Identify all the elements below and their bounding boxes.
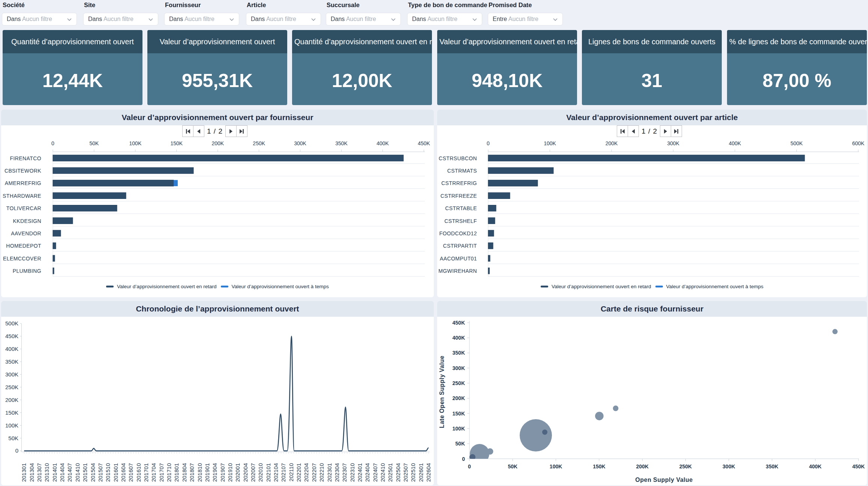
- svg-text:250K: 250K: [253, 140, 265, 146]
- svg-text:201310: 201310: [43, 463, 50, 482]
- svg-text:300K: 300K: [723, 463, 735, 469]
- svg-text:202107: 202107: [280, 463, 286, 482]
- svg-text:150K: 150K: [453, 411, 465, 417]
- svg-text:201701: 201701: [143, 463, 149, 482]
- svg-text:201404: 201404: [59, 463, 65, 482]
- svg-text:0: 0: [15, 447, 18, 454]
- svg-text:450K: 450K: [453, 320, 465, 326]
- svg-text:201907: 201907: [219, 463, 226, 482]
- svg-text:Open Supply Value: Open Supply Value: [635, 477, 693, 483]
- svg-text:400K: 400K: [729, 140, 741, 146]
- svg-text:50K: 50K: [89, 140, 99, 146]
- svg-text:201407: 201407: [66, 463, 73, 482]
- svg-text:0: 0: [487, 140, 490, 146]
- svg-text:201301: 201301: [21, 463, 27, 482]
- svg-text:200K: 200K: [606, 140, 618, 146]
- svg-text:201904: 201904: [211, 463, 218, 482]
- svg-text:FOODCOKD12: FOODCOKD12: [439, 230, 477, 236]
- svg-text:201601: 201601: [112, 463, 119, 482]
- svg-text:201610: 201610: [135, 463, 142, 482]
- svg-text:201707: 201707: [158, 463, 165, 482]
- svg-text:100K: 100K: [453, 426, 465, 432]
- svg-text:250K: 250K: [679, 463, 692, 469]
- svg-text:100K: 100K: [129, 140, 142, 146]
- svg-text:PLUMBING: PLUMBING: [13, 268, 41, 274]
- svg-text:202010: 202010: [257, 463, 264, 482]
- svg-text:201607: 201607: [127, 463, 134, 482]
- svg-text:202404: 202404: [364, 463, 370, 482]
- svg-text:201807: 201807: [189, 463, 195, 482]
- svg-text:50K: 50K: [8, 435, 18, 441]
- svg-text:350K: 350K: [766, 463, 778, 469]
- svg-text:201901: 201901: [204, 463, 210, 482]
- svg-text:400K: 400K: [453, 335, 465, 341]
- svg-text:202110: 202110: [288, 463, 294, 481]
- svg-text:CSTRPARTIT: CSTRPARTIT: [443, 243, 477, 249]
- svg-text:200K: 200K: [453, 395, 465, 401]
- svg-text:202307: 202307: [341, 463, 348, 482]
- svg-text:450K: 450K: [852, 463, 865, 469]
- svg-text:CSTRMATS: CSTRMATS: [447, 168, 477, 174]
- svg-text:202310: 202310: [349, 463, 355, 482]
- svg-text:500K: 500K: [5, 320, 18, 327]
- svg-text:150K: 150K: [5, 409, 18, 416]
- svg-text:600K: 600K: [852, 140, 865, 146]
- svg-text:202210: 202210: [318, 463, 325, 482]
- svg-text:300K: 300K: [294, 140, 306, 146]
- svg-text:0: 0: [468, 463, 471, 469]
- svg-text:202304: 202304: [334, 463, 340, 482]
- svg-text:202604: 202604: [425, 463, 432, 482]
- svg-text:KKDESIGN: KKDESIGN: [13, 218, 41, 224]
- svg-text:100K: 100K: [544, 140, 556, 146]
- svg-text:201710: 201710: [166, 463, 172, 482]
- svg-text:201304: 201304: [28, 463, 35, 482]
- svg-text:50K: 50K: [508, 463, 517, 469]
- svg-text:0: 0: [462, 456, 465, 462]
- svg-text:201504: 201504: [90, 463, 96, 482]
- svg-text:AAVENDOR: AAVENDOR: [11, 230, 41, 236]
- svg-text:202510: 202510: [410, 463, 416, 482]
- svg-text:201401: 201401: [51, 463, 58, 482]
- svg-text:202601: 202601: [418, 463, 424, 482]
- svg-text:150K: 150K: [593, 463, 605, 469]
- svg-text:201810: 201810: [196, 463, 203, 482]
- svg-text:CBSITEWORK: CBSITEWORK: [4, 168, 41, 174]
- svg-text:201307: 201307: [36, 463, 42, 482]
- svg-text:FIRENATCO: FIRENATCO: [10, 155, 41, 161]
- svg-text:CSTRFREEZE: CSTRFREEZE: [441, 193, 477, 199]
- svg-text:350K: 350K: [5, 358, 18, 365]
- svg-text:200K: 200K: [5, 397, 18, 403]
- svg-text:450K: 450K: [5, 333, 18, 339]
- svg-text:202007: 202007: [250, 463, 256, 482]
- svg-text:350K: 350K: [335, 140, 348, 146]
- svg-text:202004: 202004: [242, 463, 249, 482]
- svg-text:200K: 200K: [636, 463, 648, 469]
- svg-text:202207: 202207: [311, 463, 317, 482]
- svg-text:CSTRREFRIG: CSTRREFRIG: [441, 180, 477, 186]
- svg-text:202501: 202501: [387, 463, 393, 482]
- svg-text:300K: 300K: [5, 371, 18, 378]
- svg-text:150K: 150K: [170, 140, 183, 146]
- svg-text:201704: 201704: [150, 463, 157, 482]
- svg-text:202507: 202507: [402, 463, 409, 482]
- svg-text:202104: 202104: [273, 463, 279, 482]
- svg-text:202201: 202201: [295, 463, 302, 482]
- svg-text:202407: 202407: [372, 463, 378, 482]
- svg-text:450K: 450K: [418, 140, 430, 146]
- svg-text:250K: 250K: [5, 384, 18, 390]
- svg-text:50K: 50K: [455, 441, 465, 447]
- svg-text:300K: 300K: [667, 140, 679, 146]
- svg-text:AMERREFRIG: AMERREFRIG: [5, 180, 41, 186]
- svg-text:201501: 201501: [82, 463, 88, 482]
- svg-text:AACOMPUT01: AACOMPUT01: [440, 256, 477, 262]
- svg-text:201410: 201410: [74, 463, 81, 482]
- svg-text:400K: 400K: [809, 463, 822, 469]
- svg-text:HOMEDEPOT: HOMEDEPOT: [6, 243, 41, 249]
- svg-text:201510: 201510: [105, 463, 111, 482]
- svg-text:201804: 201804: [181, 463, 187, 482]
- svg-text:Late Open Supply Value: Late Open Supply Value: [439, 355, 445, 428]
- svg-text:100K: 100K: [550, 463, 562, 469]
- svg-text:350K: 350K: [453, 350, 465, 356]
- svg-text:202401: 202401: [357, 463, 363, 482]
- svg-text:100K: 100K: [5, 422, 18, 429]
